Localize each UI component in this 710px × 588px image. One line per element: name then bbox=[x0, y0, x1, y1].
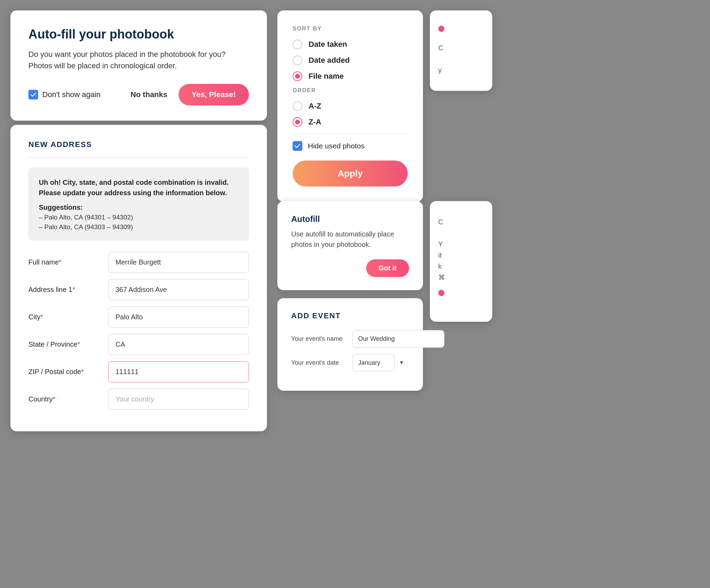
add-event-panel: ADD EVENT Your event's name Your event's… bbox=[277, 298, 423, 391]
add-event-heading: ADD EVENT bbox=[291, 311, 409, 320]
suggestion-1: – Palo Alto, CA (94301 – 94302) bbox=[39, 214, 239, 221]
order-az-label: A-Z bbox=[309, 102, 321, 111]
country-input[interactable] bbox=[108, 389, 249, 410]
order-za-radio[interactable] bbox=[293, 117, 302, 127]
event-name-row: Your event's name bbox=[291, 330, 409, 348]
hide-used-label: Hide used photos bbox=[308, 142, 364, 150]
event-name-input[interactable] bbox=[352, 330, 444, 348]
autofill-actions: Don't show again No thanks Yes, Please! bbox=[28, 84, 249, 105]
partial-text-2: CYitk⌘ bbox=[438, 216, 484, 283]
autofill-tip-panel: Autofill Use autofill to automatically p… bbox=[277, 201, 423, 290]
event-name-label: Your event's name bbox=[291, 335, 347, 343]
event-date-select[interactable]: January February March April May June Ju… bbox=[352, 354, 395, 371]
sort-divider bbox=[293, 134, 408, 134]
zip-row: ZIP / Postal code* bbox=[28, 361, 249, 382]
state-row: State / Province* bbox=[28, 334, 249, 355]
event-date-label: Your event's date bbox=[291, 359, 347, 366]
city-row: City* bbox=[28, 306, 249, 328]
got-it-button[interactable]: Got it bbox=[366, 259, 409, 277]
hide-used-row: Hide used photos bbox=[293, 141, 408, 151]
full-name-row: Full name* bbox=[28, 252, 249, 273]
sort-date-taken-radio[interactable] bbox=[293, 40, 302, 49]
sort-date-added-row[interactable]: Date added bbox=[293, 55, 408, 65]
dont-show-row: Don't show again bbox=[28, 90, 119, 100]
state-input[interactable] bbox=[108, 334, 249, 355]
full-name-label: Full name* bbox=[28, 258, 101, 266]
dont-show-label: Don't show again bbox=[42, 90, 101, 99]
address1-row: Address line 1* bbox=[28, 279, 249, 300]
order-az-radio[interactable] bbox=[293, 101, 302, 111]
order-az-row[interactable]: A-Z bbox=[293, 101, 408, 111]
partial-text-1: Cy bbox=[438, 42, 484, 76]
dont-show-checkbox[interactable] bbox=[28, 90, 38, 100]
hide-used-checkbox[interactable] bbox=[293, 141, 302, 151]
country-row: Country* bbox=[28, 389, 249, 410]
sort-date-added-radio[interactable] bbox=[293, 55, 302, 65]
suggestions-label: Suggestions: bbox=[39, 204, 239, 211]
address1-label: Address line 1* bbox=[28, 286, 101, 294]
suggestion-2: – Palo Alto, CA (94303 – 94309) bbox=[39, 223, 239, 231]
event-date-row: Your event's date January February March… bbox=[291, 354, 409, 371]
partial-dot-2 bbox=[438, 290, 444, 296]
partial-panel-right: Cy bbox=[430, 10, 492, 91]
sort-file-name-radio[interactable] bbox=[293, 71, 302, 81]
error-message: Uh oh! City, state, and postal code comb… bbox=[39, 177, 239, 198]
partial-panel-right-2: CYitk⌘ bbox=[430, 201, 492, 322]
address-divider bbox=[28, 157, 249, 158]
autofill-tip-description: Use autofill to automatically place phot… bbox=[291, 229, 409, 250]
address-error-box: Uh oh! City, state, and postal code comb… bbox=[28, 167, 249, 241]
partial-dot-1 bbox=[438, 26, 444, 32]
zip-input[interactable] bbox=[108, 361, 249, 382]
sort-date-taken-row[interactable]: Date taken bbox=[293, 40, 408, 49]
autofill-title: Auto-fill your photobook bbox=[28, 27, 249, 42]
apply-button[interactable]: Apply bbox=[293, 161, 408, 187]
order-za-label: Z-A bbox=[309, 118, 321, 127]
sort-file-name-row[interactable]: File name bbox=[293, 71, 408, 81]
address1-input[interactable] bbox=[108, 279, 249, 300]
full-name-input[interactable] bbox=[108, 252, 249, 273]
autofill-tip-title: Autofill bbox=[291, 214, 409, 224]
sort-date-taken-label: Date taken bbox=[309, 40, 347, 49]
autofill-dialog: Auto-fill your photobook Do you want you… bbox=[10, 10, 267, 121]
no-thanks-button[interactable]: No thanks bbox=[128, 90, 170, 99]
yes-please-button[interactable]: Yes, Please! bbox=[179, 84, 249, 105]
order-label: ORDER bbox=[293, 87, 408, 94]
sort-panel: SORT BY Date taken Date added File name … bbox=[277, 10, 423, 202]
zip-label: ZIP / Postal code* bbox=[28, 368, 101, 376]
sort-file-name-label: File name bbox=[309, 72, 344, 81]
order-za-row[interactable]: Z-A bbox=[293, 117, 408, 127]
country-label: Country* bbox=[28, 395, 101, 403]
new-address-panel: NEW ADDRESS Uh oh! City, state, and post… bbox=[10, 125, 267, 431]
sort-date-added-label: Date added bbox=[309, 56, 350, 65]
city-label: City* bbox=[28, 313, 101, 321]
sort-by-label: SORT BY bbox=[293, 26, 408, 32]
chevron-down-icon: ▼ bbox=[399, 360, 404, 366]
event-date-select-wrapper: January February March April May June Ju… bbox=[352, 354, 409, 371]
address-heading: NEW ADDRESS bbox=[28, 140, 249, 149]
state-label: State / Province* bbox=[28, 340, 101, 348]
city-input[interactable] bbox=[108, 306, 249, 328]
autofill-description: Do you want your photos placed in the ph… bbox=[28, 49, 249, 71]
